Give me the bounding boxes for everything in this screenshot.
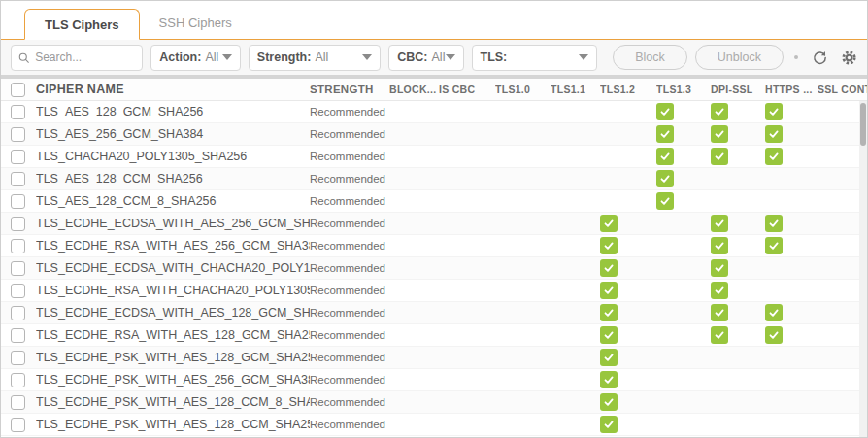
column-header-dpi-ssl[interactable]: DPI-SSL [711,84,765,95]
strength-cell: Recommended [310,151,389,162]
tls12-cell [600,215,656,232]
select-all-checkbox[interactable] [11,83,25,97]
enabled-check-icon [711,282,728,299]
enabled-check-icon [711,215,728,232]
strength-cell: Recommended [310,285,389,296]
search-input[interactable] [35,51,135,64]
tls13-cell [656,170,711,187]
table-header-row: CIPHER NAME STRENGTH BLOCK... IS CBC TLS… [1,79,867,101]
column-header-tls10[interactable]: TLS1.0 [495,84,551,95]
tls12-cell [600,282,656,299]
https-cell [765,304,818,321]
strength-cell: Recommended [310,419,389,430]
row-checkbox[interactable] [11,127,25,142]
enabled-check-icon [711,304,728,321]
cipher-name-cell: TLS_ECDHE_RSA_WITH_CHACHA20_POLY1305_SHA… [36,284,310,297]
action-filter-dropdown[interactable]: Action: All [150,45,241,71]
column-header-tls11[interactable]: TLS1.1 [551,84,600,95]
refresh-button[interactable] [809,47,830,68]
tab-tls-ciphers[interactable]: TLS Ciphers [24,9,140,40]
table-row[interactable]: TLS_ECDHE_RSA_WITH_AES_128_GCM_SHA256 Re… [1,324,867,347]
tls12-cell [600,416,656,433]
dpi-ssl-cell [711,125,765,143]
enabled-check-icon [600,393,618,411]
chevron-down-icon [446,54,455,60]
unblock-button[interactable]: Unblock [695,45,784,70]
column-header-block[interactable]: BLOCK... [389,84,439,95]
table-row[interactable]: TLS_CHACHA20_POLY1305_SHA256 Recommended [1,146,867,168]
row-checkbox[interactable] [11,418,25,432]
cipher-name-cell: TLS_CHACHA20_POLY1305_SHA256 [36,150,310,163]
tls13-cell [656,125,711,143]
row-checkbox[interactable] [11,261,25,276]
table-row[interactable]: TLS_ECDHE_PSK_WITH_AES_128_CCM_SHA256 Re… [1,414,867,436]
table-row[interactable]: TLS_ECDHE_ECDSA_WITH_CHACHA20_POLY1305_S… [1,257,867,280]
strength-filter-dropdown[interactable]: Strength: All [249,45,381,71]
cipher-table: CIPHER NAME STRENGTH BLOCK... IS CBC TLS… [1,79,867,437]
table-row[interactable]: TLS_AES_128_CCM_SHA256 Recommended [1,168,867,190]
strength-cell: Recommended [310,240,389,252]
table-row[interactable]: TLS_ECDHE_PSK_WITH_AES_128_GCM_SHA256 Re… [1,347,867,369]
action-filter-label: Action: [159,51,201,64]
tls-filter-dropdown[interactable]: TLS: [472,45,598,71]
enabled-check-icon [656,125,674,143]
enabled-check-icon [765,326,783,344]
column-header-strength[interactable]: STRENGTH [310,84,389,95]
cbc-filter-value: All [432,51,446,64]
row-checkbox[interactable] [11,150,25,164]
table-row[interactable]: TLS_ECDHE_ECDSA_WITH_AES_256_GCM_SHA384 … [1,213,867,235]
column-header-ssl-control[interactable]: SSL CONT [818,84,867,95]
cipher-name-cell: TLS_ECDHE_RSA_WITH_AES_256_GCM_SHA384 [36,239,310,253]
table-row[interactable]: TLS_ECDHE_RSA_WITH_CHACHA20_POLY1305_SHA… [1,280,867,302]
dpi-ssl-cell [711,259,765,277]
column-header-tls13[interactable]: TLS1.3 [656,84,711,95]
table-row[interactable]: TLS_AES_128_CCM_8_SHA256 Recommended [1,190,867,213]
search-box[interactable] [11,45,143,71]
settings-button[interactable] [838,47,859,68]
enabled-check-icon [656,148,674,165]
dpi-ssl-cell [711,326,765,344]
enabled-check-icon [711,259,728,277]
column-header-is-cbc[interactable]: IS CBC [439,84,495,95]
strength-cell: Recommended [310,106,389,118]
row-checkbox[interactable] [11,172,25,186]
table-row[interactable]: TLS_ECDHE_ECDSA_WITH_AES_128_GCM_SHA256 … [1,302,867,324]
enabled-check-icon [765,125,783,143]
row-checkbox[interactable] [11,105,25,119]
column-header-https[interactable]: HTTPS ... [765,84,818,95]
strength-filter-label: Strength: [257,51,312,64]
row-checkbox[interactable] [11,239,25,253]
https-cell [765,326,818,344]
row-checkbox[interactable] [11,284,25,298]
tab-ssh-ciphers[interactable]: SSH Ciphers [140,8,251,39]
row-checkbox[interactable] [11,373,25,387]
cbc-filter-dropdown[interactable]: CBC: All [388,45,463,71]
row-checkbox[interactable] [11,395,25,410]
scrollbar-thumb[interactable] [860,103,866,146]
cipher-name-cell: TLS_AES_128_CCM_8_SHA256 [36,194,310,208]
cipher-name-cell: TLS_ECDHE_ECDSA_WITH_CHACHA20_POLY1305_S… [36,261,310,275]
table-body: TLS_AES_128_GCM_SHA256 Recommended TLS_A… [1,101,867,437]
block-button[interactable]: Block [613,45,687,70]
table-row[interactable]: TLS_ECDHE_RSA_WITH_AES_256_GCM_SHA384 Re… [1,235,867,257]
vertical-scrollbar[interactable] [859,101,867,437]
column-header-tls12[interactable]: TLS1.2 [600,84,656,95]
table-row[interactable]: TLS_AES_256_GCM_SHA384 Recommended [1,123,867,146]
strength-cell: Recommended [310,307,389,319]
enabled-check-icon [600,304,618,321]
table-row[interactable]: TLS_ECDHE_PSK_WITH_AES_256_GCM_SHA384 Re… [1,369,867,391]
cbc-filter-label: CBC: [397,51,427,64]
row-checkbox[interactable] [11,194,25,209]
strength-filter-value: All [315,51,328,64]
table-row[interactable]: TLS_AES_128_GCM_SHA256 Recommended [1,101,867,123]
row-checkbox[interactable] [11,217,25,231]
enabled-check-icon [600,349,618,366]
strength-cell: Recommended [310,329,389,341]
enabled-check-icon [765,237,783,254]
row-checkbox[interactable] [11,306,25,320]
column-header-cipher-name[interactable]: CIPHER NAME [36,83,310,96]
row-checkbox[interactable] [11,351,25,365]
dpi-ssl-cell [711,215,765,232]
row-checkbox[interactable] [11,328,25,343]
table-row[interactable]: TLS_ECDHE_PSK_WITH_AES_128_CCM_8_SHA256 … [1,391,867,414]
